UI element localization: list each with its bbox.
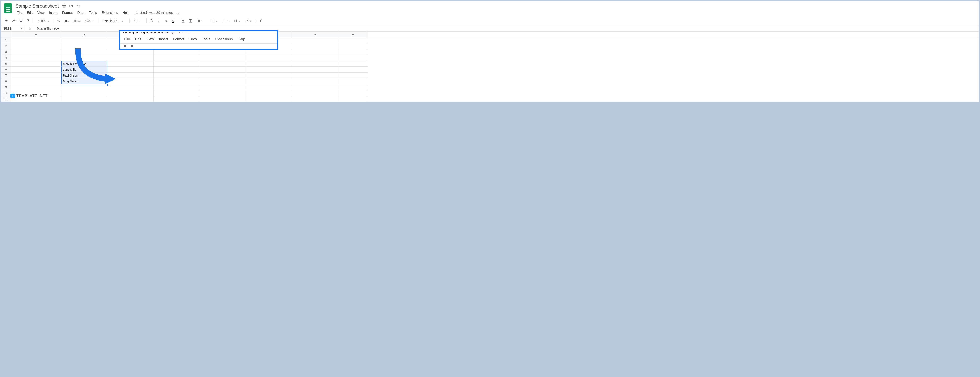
cell[interactable] bbox=[339, 84, 368, 90]
cell[interactable] bbox=[246, 73, 292, 78]
cell[interactable] bbox=[339, 43, 368, 49]
menu-format[interactable]: Format bbox=[60, 10, 75, 16]
row-header[interactable]: 3 bbox=[1, 49, 11, 55]
cell[interactable] bbox=[246, 55, 292, 61]
cell[interactable] bbox=[154, 78, 200, 84]
callout-menu-tools[interactable]: Tools bbox=[200, 36, 212, 42]
cell[interactable] bbox=[292, 96, 339, 102]
last-edit-link[interactable]: Last edit was 29 minutes ago bbox=[136, 11, 179, 15]
cell[interactable] bbox=[200, 90, 246, 96]
merge-cells-dropdown[interactable] bbox=[195, 18, 205, 24]
cell[interactable] bbox=[154, 96, 200, 102]
cell[interactable] bbox=[292, 43, 339, 49]
cell[interactable] bbox=[246, 96, 292, 102]
cell[interactable] bbox=[292, 78, 339, 84]
document-title[interactable]: Sample Spreadsheet bbox=[15, 3, 59, 9]
decrease-decimal-button[interactable]: .0 bbox=[62, 18, 70, 24]
name-box[interactable]: B5:B8 bbox=[1, 25, 24, 32]
cell[interactable] bbox=[200, 55, 246, 61]
cell[interactable] bbox=[339, 61, 368, 67]
cell[interactable] bbox=[11, 84, 61, 90]
row-header[interactable]: 5 bbox=[1, 61, 11, 67]
column-header[interactable]: A bbox=[11, 32, 61, 37]
cell[interactable] bbox=[108, 96, 154, 102]
menu-data[interactable]: Data bbox=[75, 10, 86, 16]
font-size-dropdown[interactable]: 10 bbox=[132, 18, 144, 24]
undo-icon[interactable] bbox=[4, 18, 10, 24]
cell[interactable] bbox=[200, 96, 246, 102]
column-header[interactable]: G bbox=[292, 32, 339, 37]
cell[interactable] bbox=[200, 49, 246, 55]
row-header[interactable]: 2 bbox=[1, 43, 11, 49]
insert-link-button[interactable] bbox=[258, 18, 264, 24]
cell[interactable] bbox=[154, 73, 200, 78]
cell[interactable] bbox=[339, 67, 368, 73]
cell[interactable] bbox=[292, 84, 339, 90]
cell[interactable] bbox=[246, 49, 292, 55]
select-all-corner[interactable] bbox=[1, 32, 11, 37]
row-header[interactable]: 9 bbox=[1, 84, 11, 90]
print-icon[interactable] bbox=[18, 18, 24, 24]
cell[interactable] bbox=[108, 90, 154, 96]
cell[interactable] bbox=[200, 73, 246, 78]
cell[interactable] bbox=[154, 61, 200, 67]
cell[interactable] bbox=[11, 61, 61, 67]
cell[interactable] bbox=[339, 78, 368, 84]
row-header[interactable]: 6 bbox=[1, 67, 11, 73]
row-header[interactable]: 10 bbox=[1, 90, 11, 96]
cell[interactable] bbox=[11, 55, 61, 61]
menu-extensions[interactable]: Extensions bbox=[100, 10, 120, 16]
menu-insert[interactable]: Insert bbox=[47, 10, 60, 16]
cell[interactable] bbox=[200, 61, 246, 67]
cell[interactable] bbox=[292, 55, 339, 61]
italic-button[interactable]: I bbox=[156, 18, 162, 24]
vertical-align-dropdown[interactable] bbox=[220, 18, 231, 24]
cell[interactable] bbox=[292, 73, 339, 78]
cell[interactable] bbox=[292, 67, 339, 73]
cell[interactable] bbox=[200, 78, 246, 84]
cloud-status-icon[interactable] bbox=[76, 3, 81, 9]
cell[interactable] bbox=[292, 90, 339, 96]
cell[interactable] bbox=[200, 84, 246, 90]
strikethrough-button[interactable]: S bbox=[163, 18, 169, 24]
cell[interactable] bbox=[339, 55, 368, 61]
cell[interactable] bbox=[154, 55, 200, 61]
cell[interactable] bbox=[246, 90, 292, 96]
borders-button[interactable] bbox=[188, 18, 193, 24]
cell[interactable] bbox=[246, 78, 292, 84]
bold-button[interactable]: B bbox=[149, 18, 154, 24]
callout-menu-data[interactable]: Data bbox=[187, 36, 199, 42]
cell[interactable] bbox=[292, 49, 339, 55]
cell[interactable] bbox=[154, 49, 200, 55]
text-rotation-dropdown[interactable] bbox=[243, 18, 253, 24]
cell[interactable] bbox=[154, 67, 200, 73]
cell[interactable] bbox=[339, 96, 368, 102]
menu-file[interactable]: File bbox=[15, 10, 24, 16]
cell[interactable] bbox=[11, 49, 61, 55]
callout-menu-help[interactable]: Help bbox=[235, 36, 247, 42]
callout-menu-file[interactable]: File bbox=[122, 36, 132, 42]
more-formats-dropdown[interactable]: 123 bbox=[83, 18, 95, 24]
column-header[interactable]: H bbox=[339, 32, 368, 37]
cell[interactable] bbox=[246, 84, 292, 90]
redo-icon[interactable] bbox=[11, 18, 17, 24]
menu-tools[interactable]: Tools bbox=[87, 10, 99, 16]
cell[interactable] bbox=[11, 73, 61, 78]
cell[interactable] bbox=[200, 67, 246, 73]
zoom-dropdown[interactable]: 100% bbox=[35, 18, 51, 24]
horizontal-align-dropdown[interactable] bbox=[209, 18, 219, 24]
cell[interactable] bbox=[11, 37, 61, 43]
callout-menu-view[interactable]: View bbox=[144, 36, 156, 42]
cell[interactable] bbox=[11, 78, 61, 84]
row-header[interactable]: 8 bbox=[1, 78, 11, 84]
cell[interactable] bbox=[339, 90, 368, 96]
cell[interactable] bbox=[339, 49, 368, 55]
fill-color-button[interactable] bbox=[180, 18, 186, 24]
row-header[interactable]: 1 bbox=[1, 37, 11, 43]
cell[interactable] bbox=[154, 90, 200, 96]
cell[interactable] bbox=[339, 73, 368, 78]
callout-menu-format[interactable]: Format bbox=[171, 36, 186, 42]
star-icon[interactable] bbox=[62, 3, 67, 9]
row-header[interactable]: 11 bbox=[1, 96, 11, 102]
cell[interactable] bbox=[154, 84, 200, 90]
